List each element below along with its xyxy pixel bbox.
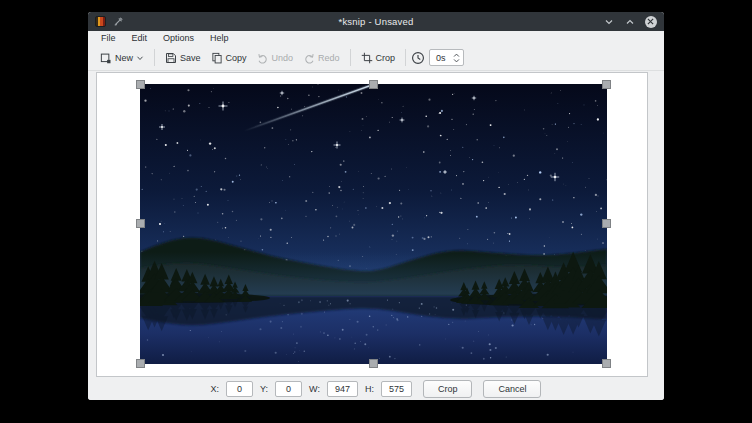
w-label: W: [309,384,320,394]
crop-confirm-button[interactable]: Crop [423,380,473,398]
menu-help[interactable]: Help [202,31,237,45]
toolbar-separator [405,49,406,66]
toolbar: New Save Copy [88,45,664,71]
copy-button[interactable]: Copy [206,49,252,67]
undo-icon [257,52,269,64]
crop-handle-mid-right[interactable] [602,219,611,228]
crop-button-toolbar[interactable]: Crop [356,49,401,67]
crop-handle-bottom-left[interactable] [136,359,145,368]
y-input[interactable] [275,381,302,397]
crop-handle-bottom-right[interactable] [602,359,611,368]
y-label: Y: [260,384,268,394]
spin-down-icon[interactable] [453,58,460,63]
chevron-down-icon [603,16,615,28]
save-button-label: Save [180,53,201,63]
new-button[interactable]: New [95,49,149,67]
close-button[interactable] [644,15,657,28]
crop-handle-top-left[interactable] [136,80,145,89]
crop-handle-top-center[interactable] [369,80,378,89]
toolbar-separator [350,49,351,66]
copy-button-label: Copy [226,53,247,63]
night-sky-scene [140,84,607,364]
h-label: H: [365,384,374,394]
window-title: *ksnip - Unsaved [88,16,664,27]
screenshot-image[interactable] [140,84,607,364]
h-input[interactable] [381,381,412,397]
menubar: File Edit Options Help [88,31,664,45]
crop-handle-top-right[interactable] [602,80,611,89]
crop-button-toolbar-label: Crop [376,53,396,63]
copy-icon [211,52,223,64]
undo-button[interactable]: Undo [252,49,299,67]
new-screenshot-icon [100,52,112,64]
save-icon [165,52,177,64]
menu-options[interactable]: Options [155,31,202,45]
pin-icon [113,16,124,27]
desktop-background: *ksnip - Unsaved File Edit Options [0,0,752,423]
toolbar-separator [154,49,155,66]
menu-edit[interactable]: Edit [124,31,156,45]
crop-handle-mid-left[interactable] [136,219,145,228]
titlebar[interactable]: *ksnip - Unsaved [88,12,664,31]
clock-icon [411,51,425,65]
ksnip-app-icon [95,16,106,27]
menu-file[interactable]: File [93,31,124,45]
minimize-button[interactable] [602,15,615,28]
chevron-up-icon [624,16,636,28]
maximize-button[interactable] [623,15,636,28]
delay-spinbox[interactable]: 0s [429,49,464,66]
redo-icon [303,52,315,64]
new-button-label: New [115,53,133,63]
x-input[interactable] [226,381,253,397]
crop-handle-bottom-center[interactable] [369,359,378,368]
redo-button[interactable]: Redo [298,49,345,67]
chevron-down-icon [136,54,144,62]
close-icon [645,16,657,28]
save-button[interactable]: Save [160,49,206,67]
ksnip-window: *ksnip - Unsaved File Edit Options [88,12,664,400]
crop-icon [361,52,373,64]
w-input[interactable] [327,381,358,397]
undo-button-label: Undo [272,53,294,63]
x-label: X: [211,384,220,394]
annotation-canvas[interactable] [96,72,648,377]
redo-button-label: Redo [318,53,340,63]
crop-options-bar: X: Y: W: H: Crop Cancel [88,377,664,400]
cancel-button[interactable]: Cancel [483,380,541,398]
delay-value: 0s [436,53,448,63]
